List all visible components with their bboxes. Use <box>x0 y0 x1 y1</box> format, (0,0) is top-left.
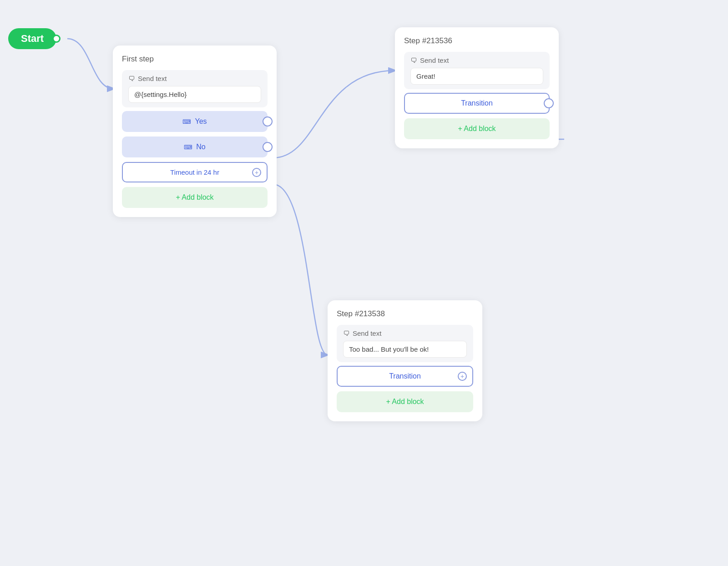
step-213538-transition-plus-icon: + <box>458 372 467 381</box>
step-213538-send-text-block: 🗨 Send text Too bad... But you'll be ok! <box>337 325 473 362</box>
message-icon-3: 🗨 <box>343 329 350 337</box>
step-213538-send-text-label: 🗨 Send text <box>343 329 467 337</box>
timeout-plus-icon: + <box>252 168 261 177</box>
yes-button[interactable]: ⌨ Yes <box>122 111 268 132</box>
no-connector <box>263 142 273 152</box>
step-213538-card: Step #213538 🗨 Send text Too bad... But … <box>328 300 482 421</box>
timeout-button[interactable]: Timeout in 24 hr + <box>122 162 268 182</box>
step-213536-add-block[interactable]: + Add block <box>404 118 550 139</box>
keyboard-icon-yes: ⌨ <box>182 118 191 125</box>
yes-connector <box>263 116 273 126</box>
step-213536-send-text-label: 🗨 Send text <box>410 56 543 64</box>
step-213538-transition-button[interactable]: Transition + <box>337 366 473 387</box>
step-213536-transition-button[interactable]: Transition <box>404 93 550 114</box>
keyboard-icon-no: ⌨ <box>184 144 192 151</box>
step-213536-transition-connector <box>544 98 554 108</box>
step-213538-add-block[interactable]: + Add block <box>337 391 473 412</box>
no-button[interactable]: ⌨ No <box>122 136 268 157</box>
step-213538-title: Step #213538 <box>337 309 473 318</box>
first-step-add-block[interactable]: + Add block <box>122 187 268 208</box>
first-step-card: First step 🗨 Send text @{settings.Hello}… <box>113 45 277 217</box>
start-connector <box>52 35 61 43</box>
first-step-send-text-block: 🗨 Send text @{settings.Hello} <box>122 70 268 107</box>
message-icon: 🗨 <box>128 75 135 82</box>
first-step-send-text-value: @{settings.Hello} <box>128 86 261 103</box>
step-213536-title: Step #213536 <box>404 36 550 45</box>
message-icon-2: 🗨 <box>410 56 417 64</box>
start-label: Start <box>21 33 44 45</box>
first-step-send-text-label: 🗨 Send text <box>128 75 261 82</box>
step-213538-send-text-value: Too bad... But you'll be ok! <box>343 341 467 358</box>
step-213536-card: Step #213536 🗨 Send text Great! Transiti… <box>395 27 559 148</box>
step-213536-send-text-value: Great! <box>410 68 543 85</box>
first-step-title: First step <box>122 55 268 64</box>
start-node[interactable]: Start <box>8 28 56 49</box>
step-213536-send-text-block: 🗨 Send text Great! <box>404 52 550 89</box>
